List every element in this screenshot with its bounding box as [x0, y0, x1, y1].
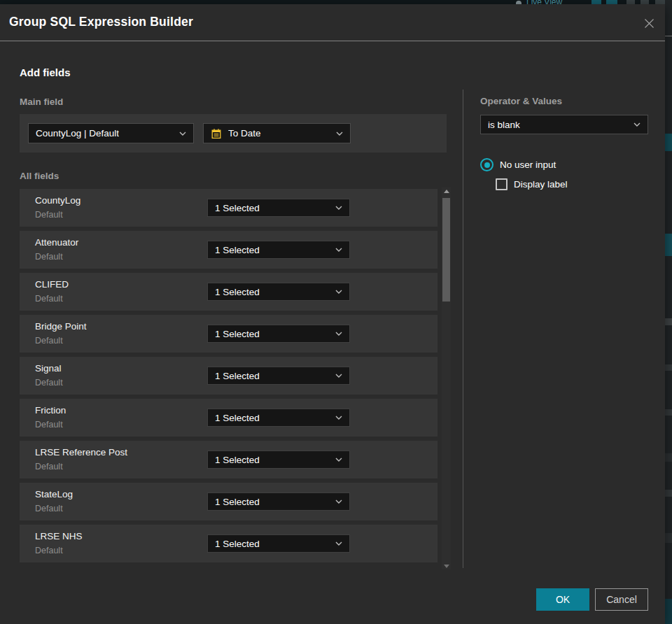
field-selected-dropdown[interactable]: 1 Selected	[207, 325, 350, 343]
field-name: LRSE NHS	[35, 531, 83, 541]
field-selected-value: 1 Selected	[215, 539, 260, 549]
field-selected-dropdown[interactable]: 1 Selected	[207, 492, 350, 511]
background-fragment	[665, 533, 672, 543]
group-sql-expression-builder-dialog: Group SQL Expression Builder Add fields …	[0, 4, 665, 624]
all-fields-label: All fields	[20, 171, 59, 181]
field-row: CountyLog Default 1 Selected	[20, 189, 438, 227]
operator-dropdown[interactable]: is blank	[480, 115, 648, 134]
background-app-right-strip	[665, 0, 672, 624]
operator-dropdown-value: is blank	[488, 120, 520, 130]
background-fragment	[665, 409, 672, 416]
field-name: Friction	[35, 405, 66, 416]
field-subtitle: Default	[35, 504, 63, 513]
no-user-input-radio[interactable]: No user input	[480, 158, 556, 171]
field-name: Bridge Point	[35, 321, 87, 332]
chevron-down-icon	[634, 122, 640, 127]
background-fragment	[665, 36, 672, 36]
chevron-down-icon	[335, 206, 342, 210]
field-selected-dropdown[interactable]: 1 Selected	[207, 199, 350, 217]
field-row: LRSE NHS Default 1 Selected	[20, 525, 438, 562]
field-name: LRSE Reference Post	[35, 447, 127, 458]
field-row: CLIFED Default 1 Selected	[20, 273, 438, 311]
panel-divider	[463, 90, 463, 568]
field-selected-value: 1 Selected	[215, 413, 260, 423]
field-row: LRSE Reference Post Default 1 Selected	[20, 441, 438, 478]
field-subtitle: Default	[35, 294, 63, 304]
field-selected-value: 1 Selected	[215, 203, 260, 213]
operator-values-label: Operator & Values	[480, 96, 562, 106]
radio-dot	[484, 162, 490, 168]
no-user-input-label: No user input	[500, 159, 556, 170]
field-selected-dropdown[interactable]: 1 Selected	[207, 409, 350, 427]
field-subtitle: Default	[35, 420, 63, 430]
field-row: Friction Default 1 Selected	[20, 399, 438, 437]
cancel-button[interactable]: Cancel	[595, 588, 648, 611]
checkbox-unchecked-icon	[496, 178, 507, 190]
display-label-label: Display label	[514, 179, 568, 190]
field-selected-dropdown[interactable]: 1 Selected	[207, 451, 350, 469]
all-fields-list: CountyLog Default 1 Selected Attenuator …	[20, 189, 454, 567]
close-icon	[644, 18, 654, 29]
screen: Live View Group SQL Expression Builder A	[0, 0, 672, 624]
background-fragment	[665, 490, 672, 497]
field-selected-dropdown[interactable]: 1 Selected	[207, 534, 350, 553]
dialog-title: Group SQL Expression Builder	[9, 15, 193, 29]
field-name: Signal	[35, 363, 62, 374]
add-fields-heading: Add fields	[20, 66, 71, 78]
background-fragment	[665, 318, 672, 325]
field-selected-value: 1 Selected	[215, 371, 260, 381]
main-field-box: CountyLog | Default To Date	[20, 114, 447, 153]
field-subtitle: Default	[35, 546, 63, 555]
field-selected-dropdown[interactable]: 1 Selected	[207, 241, 350, 259]
radio-selected-icon	[480, 158, 493, 171]
background-fragment	[665, 453, 672, 462]
triangle-up-icon	[444, 190, 449, 193]
dialog-header: Group SQL Expression Builder	[0, 4, 665, 41]
field-name: CountyLog	[35, 195, 80, 206]
field-selected-value: 1 Selected	[215, 455, 260, 465]
field-selected-dropdown[interactable]: 1 Selected	[207, 367, 350, 385]
triangle-down-icon	[444, 565, 449, 568]
field-row: Signal Default 1 Selected	[20, 357, 438, 395]
calendar-icon	[211, 128, 222, 139]
field-subtitle: Default	[35, 462, 63, 471]
chevron-down-icon	[335, 290, 342, 294]
field-selected-dropdown[interactable]: 1 Selected	[207, 283, 350, 301]
background-fragment	[665, 234, 672, 256]
field-subtitle: Default	[35, 378, 63, 388]
background-fragment	[665, 364, 672, 371]
all-fields-scrollbar[interactable]	[442, 187, 451, 569]
scroll-down-arrow[interactable]	[442, 562, 451, 569]
main-field-dropdown-value: CountyLog | Default	[36, 128, 119, 139]
chevron-down-icon	[335, 541, 342, 546]
chevron-down-icon	[335, 499, 342, 504]
chevron-down-icon	[335, 458, 342, 462]
field-subtitle: Default	[35, 336, 63, 346]
field-selected-value: 1 Selected	[215, 497, 260, 507]
main-field-label: Main field	[20, 97, 63, 107]
field-row: Attenuator Default 1 Selected	[20, 231, 438, 269]
field-selected-value: 1 Selected	[215, 329, 260, 339]
field-subtitle: Default	[35, 252, 63, 262]
display-label-checkbox[interactable]: Display label	[496, 178, 568, 190]
field-selected-value: 1 Selected	[215, 245, 260, 255]
main-field-type-dropdown[interactable]: To Date	[203, 123, 351, 143]
field-name: Attenuator	[35, 237, 78, 248]
scroll-up-arrow[interactable]	[442, 187, 451, 194]
ok-button[interactable]: OK	[536, 588, 589, 611]
main-field-type-value: To Date	[228, 128, 261, 139]
chevron-down-icon	[335, 248, 342, 252]
scrollbar-thumb[interactable]	[442, 198, 450, 302]
chevron-down-icon	[179, 132, 186, 136]
chevron-down-icon	[336, 132, 343, 136]
background-fragment	[665, 134, 672, 151]
field-name: CLIFED	[35, 279, 69, 290]
field-row: StateLog Default 1 Selected	[20, 483, 438, 520]
chevron-down-icon	[335, 332, 342, 336]
chevron-down-icon	[335, 416, 342, 420]
main-field-dropdown[interactable]: CountyLog | Default	[28, 123, 194, 143]
close-button[interactable]	[641, 15, 657, 31]
field-name: StateLog	[35, 489, 73, 499]
field-row: Bridge Point Default 1 Selected	[20, 315, 438, 353]
background-fragment	[665, 599, 672, 624]
